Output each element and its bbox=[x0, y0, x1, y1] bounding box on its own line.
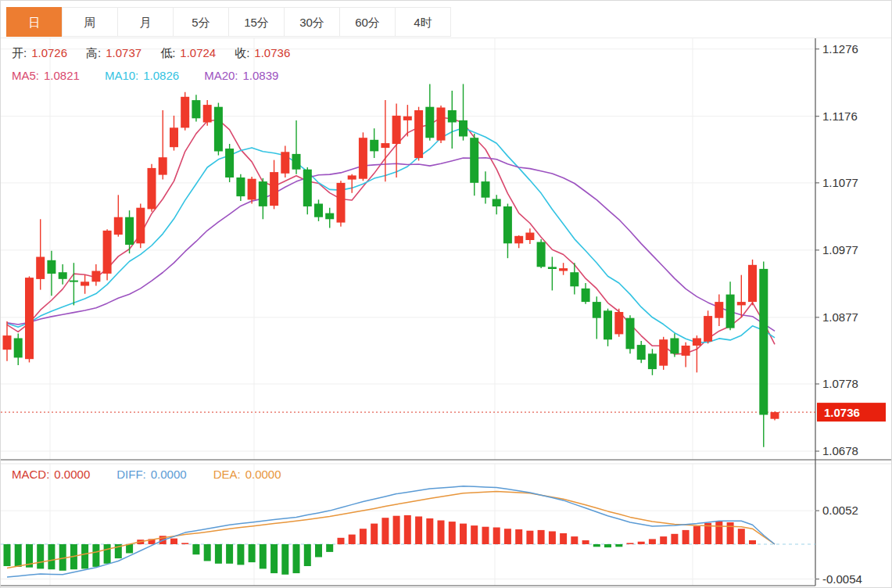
price-axis-label: 1.0678 bbox=[822, 444, 858, 457]
macd-legend-value: 0.0000 bbox=[245, 468, 281, 481]
tab-period-6[interactable]: 60分 bbox=[339, 7, 396, 37]
tab-period-7[interactable]: 4时 bbox=[395, 7, 451, 37]
current-price-badge-text: 1.0736 bbox=[824, 406, 860, 419]
period-tabbar: 日周月5分15分30分60分4时 bbox=[7, 7, 451, 37]
ohlc-legend-value: 1.0724 bbox=[180, 46, 216, 59]
price-axis-label: 1.0977 bbox=[822, 243, 858, 256]
macd-legend-label: MACD: bbox=[12, 468, 49, 481]
ohlc-legend-value: 1.0736 bbox=[254, 46, 290, 59]
main-chart-area[interactable] bbox=[1, 38, 815, 460]
tab-period-4[interactable]: 15分 bbox=[228, 7, 285, 37]
macd-legend: MACD:0.0000DIFF:0.0000DEA:0.0000 bbox=[12, 468, 308, 481]
price-axis-label: 1.1077 bbox=[822, 176, 858, 189]
ohlc-legend-label: 低: bbox=[160, 46, 175, 59]
trading-chart-window: 1.12761.11761.10771.09771.08771.07781.06… bbox=[0, 0, 892, 588]
ohlc-legend-label: 高: bbox=[86, 46, 101, 59]
ohlc-legend-value: 1.0737 bbox=[106, 46, 142, 59]
ma-legend-label: MA20: bbox=[204, 69, 238, 82]
ma-legend-value: 1.0839 bbox=[243, 69, 279, 82]
ma-legend-label: MA10: bbox=[105, 69, 138, 82]
macd-legend-label: DEA: bbox=[213, 468, 241, 481]
ma-legend-value: 1.0826 bbox=[143, 69, 179, 82]
macd-legend-value: 0.0000 bbox=[54, 468, 90, 481]
ohlc-legend-value: 1.0726 bbox=[31, 46, 67, 59]
ma-legend: MA5:1.0821MA10:1.0826MA20:1.0839 bbox=[12, 69, 303, 82]
macd-axis-label: 0.0052 bbox=[822, 504, 858, 517]
tab-period-1[interactable]: 周 bbox=[62, 7, 118, 37]
macd-chart-area[interactable] bbox=[1, 464, 815, 586]
ohlc-legend: 开:1.0726高:1.0737低:1.0724收:1.0736 bbox=[12, 46, 309, 61]
price-axis-label: 1.1276 bbox=[822, 42, 858, 56]
tab-period-0-active[interactable]: 日 bbox=[6, 7, 63, 37]
tab-period-3[interactable]: 5分 bbox=[173, 7, 229, 37]
ohlc-legend-label: 收: bbox=[235, 46, 249, 59]
ma-legend-label: MA5: bbox=[12, 69, 39, 82]
price-axis-label: 1.0778 bbox=[822, 377, 858, 390]
ma-legend-value: 1.0821 bbox=[44, 69, 80, 82]
tab-period-2[interactable]: 月 bbox=[117, 7, 174, 37]
macd-axis-label: -0.0054 bbox=[822, 572, 862, 586]
ohlc-legend-label: 开: bbox=[12, 46, 27, 59]
tab-period-5[interactable]: 30分 bbox=[284, 7, 340, 37]
price-axis-label: 1.0877 bbox=[822, 310, 858, 324]
price-axis-label: 1.1176 bbox=[822, 109, 858, 123]
macd-legend-label: DIFF: bbox=[116, 468, 146, 481]
macd-legend-value: 0.0000 bbox=[151, 468, 187, 481]
